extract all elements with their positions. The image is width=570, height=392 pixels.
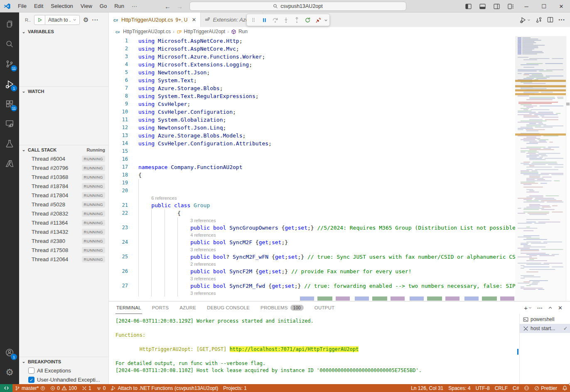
- new-terminal-button[interactable]: +: [524, 304, 532, 311]
- activity-extensions-icon[interactable]: 11: [0, 94, 19, 114]
- tab-close-icon[interactable]: ✕: [192, 17, 197, 23]
- close-button[interactable]: ✕: [553, 0, 570, 12]
- customize-layout-icon[interactable]: [504, 0, 518, 12]
- formatter-status[interactable]: Prettier: [532, 384, 560, 392]
- language-mode-status[interactable]: C#: [510, 384, 521, 392]
- projects-status[interactable]: Projects: 1: [221, 384, 249, 392]
- encoding-status[interactable]: UTF-8: [473, 384, 492, 392]
- eol-status[interactable]: CRLF: [492, 384, 510, 392]
- command-center-search[interactable]: csvpush13AU2opt: [189, 2, 406, 11]
- step-over-button[interactable]: [270, 15, 280, 25]
- thread-row[interactable]: Thread #11364RUNNING: [19, 218, 108, 227]
- problems-status[interactable]: 0 100: [48, 384, 79, 392]
- menu-file[interactable]: File: [14, 3, 30, 9]
- breadcrumb-member[interactable]: Run: [238, 29, 248, 34]
- codelens-references-link[interactable]: 2 references: [190, 262, 216, 267]
- debug-config-dropdown[interactable]: Attach to .: [45, 17, 79, 23]
- toggle-secondary-sidebar-icon[interactable]: [489, 0, 504, 12]
- thread-row[interactable]: Thread #17508RUNNING: [19, 245, 108, 255]
- toggle-sidebar-icon[interactable]: [461, 0, 475, 12]
- step-out-button[interactable]: [292, 15, 302, 25]
- panel-tab-ports[interactable]: PORTS: [151, 301, 170, 314]
- debug-settings-gear-icon[interactable]: ⚙: [83, 16, 88, 24]
- panel-more-actions-icon[interactable]: ···: [537, 305, 543, 311]
- activity-settings-icon[interactable]: ⚙: [0, 363, 19, 382]
- start-debug-button[interactable]: [34, 15, 45, 24]
- panel-tab-debug-console[interactable]: DEBUG CONSOLE: [206, 301, 251, 314]
- codelens-references-link[interactable]: 3 references: [190, 218, 216, 223]
- debug-toolbar-dropdown-icon[interactable]: [324, 18, 328, 22]
- breadcrumb-class[interactable]: HttpTriggerAU2opt: [184, 29, 226, 34]
- split-editor-button[interactable]: [547, 17, 553, 23]
- tasks-status[interactable]: 1: [79, 384, 94, 392]
- activity-search-icon[interactable]: [0, 34, 19, 54]
- terminal-list-item[interactable]: powershell: [520, 315, 570, 324]
- codelens-references-link[interactable]: 3 references: [190, 247, 216, 252]
- code-editor[interactable]: 1using Microsoft.AspNetCore.Http;2using …: [109, 36, 570, 301]
- panel-tab-output[interactable]: OUTPUT: [314, 301, 335, 314]
- cursor-position-status[interactable]: Ln 126, Col 31: [408, 384, 446, 392]
- broadcast-status[interactable]: 0: [94, 384, 108, 392]
- disconnect-button[interactable]: [313, 15, 323, 25]
- activity-accounts-icon[interactable]: 1: [0, 343, 19, 363]
- thread-row[interactable]: Thread #6004RUNNING: [19, 154, 108, 163]
- indentation-status[interactable]: Spaces: 4: [446, 384, 473, 392]
- language-status-icon[interactable]: [521, 384, 532, 392]
- thread-row[interactable]: Thread #10368RUNNING: [19, 172, 108, 181]
- breadcrumb-file[interactable]: HttpTriggerAU2opt.cs: [123, 29, 171, 34]
- activity-explorer-icon[interactable]: [0, 14, 19, 34]
- menu-run[interactable]: Run: [111, 3, 128, 9]
- breakpoint-row[interactable]: All Exceptions: [19, 366, 108, 375]
- nav-back-icon[interactable]: ←: [165, 3, 171, 10]
- checkbox-checked[interactable]: ✓: [28, 377, 34, 383]
- thread-row[interactable]: Thread #17804RUNNING: [19, 191, 108, 200]
- menu-view[interactable]: View: [77, 3, 96, 9]
- activity-source-control-icon[interactable]: 11: [0, 54, 19, 74]
- panel-tab-azure[interactable]: AZURE: [179, 301, 197, 314]
- breakpoint-row[interactable]: ✓User-Unhandled Excepti...: [19, 375, 108, 384]
- codelens-references-link[interactable]: 3 references: [190, 291, 216, 296]
- breakpoints-section-header[interactable]: ⌄BREAKPOINTS: [19, 357, 108, 366]
- remote-indicator[interactable]: [0, 384, 12, 392]
- open-changes-button[interactable]: [536, 17, 542, 23]
- panel-tab-problems[interactable]: PROBLEMS100: [260, 301, 305, 314]
- maximize-button[interactable]: ☐: [535, 0, 553, 12]
- activity-remote-explorer-icon[interactable]: [0, 114, 19, 134]
- restart-button[interactable]: [302, 15, 312, 25]
- panel-tab-terminal[interactable]: TERMINAL: [115, 301, 142, 314]
- thread-row[interactable]: Thread #5028RUNNING: [19, 200, 108, 209]
- nav-forward-icon[interactable]: →: [177, 3, 183, 10]
- thread-row[interactable]: Thread #20796RUNNING: [19, 163, 108, 172]
- debug-view-more-icon[interactable]: ···: [92, 17, 99, 23]
- minimap[interactable]: [515, 36, 566, 301]
- menu-more[interactable]: ···: [128, 3, 141, 9]
- menu-selection[interactable]: Selection: [47, 3, 76, 9]
- git-branch-status[interactable]: master*: [12, 384, 48, 392]
- codelens-references-link[interactable]: 3 references: [190, 276, 216, 281]
- toolbar-drag-handle[interactable]: [248, 15, 258, 25]
- editor-scrollbar[interactable]: [566, 36, 570, 301]
- pause-button[interactable]: [259, 15, 269, 25]
- thread-row[interactable]: Thread #18784RUNNING: [19, 181, 108, 191]
- step-into-button[interactable]: [281, 15, 291, 25]
- terminal-output[interactable]: [2024-06-03T11:20:03.129Z] Worker proces…: [109, 314, 519, 384]
- menu-go[interactable]: Go: [96, 3, 111, 9]
- activity-run-and-debug-icon[interactable]: 1: [0, 74, 19, 94]
- notifications-bell-icon[interactable]: [560, 384, 570, 392]
- tab-httptrigger[interactable]: C# HttpTriggerAU2opt.cs 9+, U ✕: [109, 12, 201, 27]
- toggle-panel-icon[interactable]: [475, 0, 489, 12]
- activity-azure-icon[interactable]: [0, 154, 19, 174]
- run-or-debug-button[interactable]: [520, 17, 531, 23]
- thread-row[interactable]: Thread #2380RUNNING: [19, 236, 108, 245]
- codelens-references-link[interactable]: 4 references: [190, 233, 216, 238]
- watch-section-header[interactable]: ⌄WATCH: [19, 86, 108, 96]
- terminal-list-item[interactable]: host start...✓: [520, 324, 570, 333]
- menu-edit[interactable]: Edit: [30, 3, 47, 9]
- thread-row[interactable]: Thread #13432RUNNING: [19, 227, 108, 236]
- minimize-button[interactable]: ─: [518, 0, 535, 12]
- call-stack-section-header[interactable]: ⌄CALL STACKRunning: [19, 145, 108, 154]
- codelens-references-link[interactable]: 6 references: [151, 196, 177, 201]
- debug-session-status[interactable]: Attach to .NET Functions (csvpush13AU2op…: [108, 384, 221, 392]
- thread-row[interactable]: Thread #20832RUNNING: [19, 209, 108, 218]
- variables-section-header[interactable]: ⌄VARIABLES: [19, 27, 108, 36]
